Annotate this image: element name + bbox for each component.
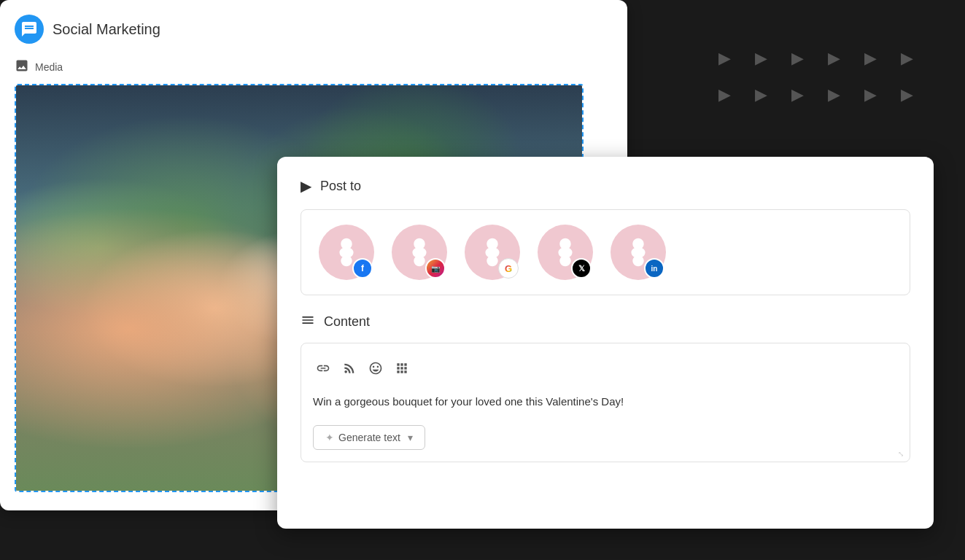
instagram-badge: 📷 (425, 258, 446, 279)
generate-text-button[interactable]: ✦ Generate text ▾ (313, 425, 425, 450)
content-header: Content (301, 313, 910, 331)
link-icon[interactable] (316, 361, 330, 379)
content-icon (301, 313, 315, 331)
facebook-badge: f (352, 258, 373, 279)
linkedin-badge: in (644, 258, 664, 279)
google-badge: G (498, 258, 519, 279)
platform-avatar-facebook: f (319, 225, 374, 280)
post-to-label: Post to (320, 179, 361, 194)
content-text: Win a gorgeous bouquet for your loved on… (313, 394, 898, 411)
platform-avatar-google: G (465, 225, 520, 280)
content-section: Content (301, 313, 910, 462)
rss-icon[interactable] (342, 361, 357, 379)
sparkle-icon: ✦ (325, 432, 334, 443)
grid-icon[interactable] (395, 361, 409, 379)
content-label: Content (324, 314, 370, 330)
post-to-header: ▶ Post to (301, 177, 910, 195)
platform-linkedin[interactable]: in (611, 225, 666, 280)
platform-avatar-linkedin: in (611, 225, 666, 280)
platform-google[interactable]: G (465, 225, 520, 280)
content-textarea-wrapper[interactable]: Win a gorgeous bouquet for your loved on… (301, 343, 910, 462)
platform-avatar-instagram: 📷 (392, 225, 447, 280)
post-to-icon: ▶ (301, 177, 311, 195)
generate-text-label: Generate text (338, 432, 400, 443)
platform-x[interactable]: 𝕏 (538, 225, 593, 280)
post-panel: ▶ Post to f 📷 (277, 157, 934, 529)
platform-instagram[interactable]: 📷 (392, 225, 447, 280)
app-logo (15, 15, 44, 44)
media-label: Media (35, 61, 63, 73)
platform-avatar-x: 𝕏 (538, 225, 593, 280)
resize-handle[interactable]: ⤡ (898, 450, 907, 459)
media-section-header: Media (15, 58, 613, 75)
emoji-icon[interactable] (368, 361, 383, 379)
x-badge: 𝕏 (571, 258, 592, 279)
dropdown-arrow-icon: ▾ (408, 432, 413, 443)
platforms-container: f 📷 G (301, 209, 910, 295)
app-title: Social Marketing (53, 21, 160, 38)
background-decoration: ▶ ▶ ▶ ▶ ▶ ▶ ▶ ▶ ▶ ▶ ▶ ▶ (710, 44, 921, 109)
platform-facebook[interactable]: f (319, 225, 374, 280)
app-header: Social Marketing (15, 15, 613, 44)
content-toolbar (313, 355, 898, 385)
media-icon (15, 58, 29, 75)
chat-icon (20, 20, 38, 38)
